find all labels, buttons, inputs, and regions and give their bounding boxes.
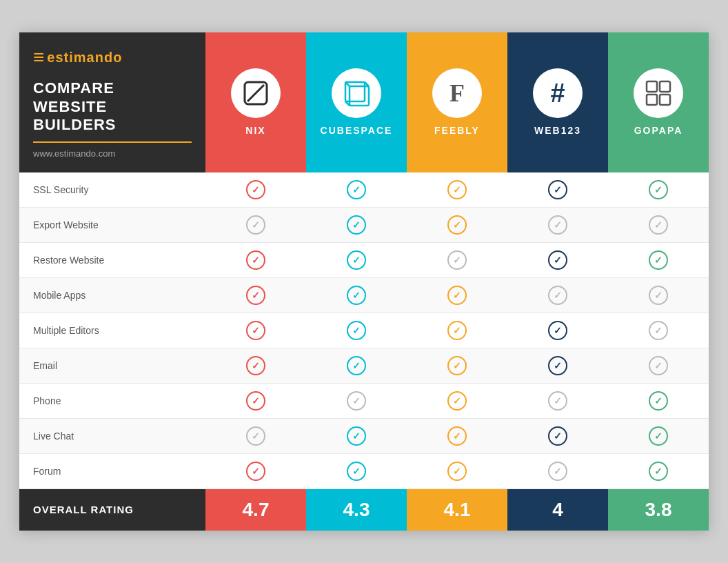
check-icon: ✓ xyxy=(347,286,366,305)
check-icon: ✓ xyxy=(246,250,265,270)
feature-row: Multiple Editors✓✓✓✓✓ xyxy=(19,313,709,348)
cubespace-name: CUBESPACE xyxy=(321,125,393,136)
svg-rect-7 xyxy=(647,81,657,92)
feature-check-cell: ✓ xyxy=(608,243,709,277)
brand-title: Compare Website Builders xyxy=(33,79,192,134)
check-icon: ✓ xyxy=(548,215,567,235)
feature-row: Phone✓✓✓✓✓ xyxy=(19,384,709,419)
feebly-name: FEEBLY xyxy=(434,125,480,136)
product-col-gopapa: GOPAPA xyxy=(608,32,709,172)
check-icon: ✓ xyxy=(548,286,567,305)
feature-check-cell: ✓ xyxy=(205,348,306,383)
rating-label-col: OVERALL RATING xyxy=(19,489,205,531)
header-row: ≡ estimando Compare Website Builders www… xyxy=(19,32,709,172)
check-icon: ✓ xyxy=(649,215,668,235)
feature-check-cell: ✓ xyxy=(507,313,608,348)
feebly-icon: F xyxy=(432,68,482,118)
rating-nix: 4.7 xyxy=(205,489,306,531)
rating-row: OVERALL RATING 4.7 4.3 4.1 4 3.8 xyxy=(19,489,709,531)
feature-check-cell: ✓ xyxy=(306,384,407,418)
check-icon: ✓ xyxy=(447,286,467,305)
check-icon: ✓ xyxy=(246,462,265,481)
check-icon: ✓ xyxy=(347,250,366,270)
product-col-feebly: F FEEBLY xyxy=(407,32,507,172)
check-icon: ✓ xyxy=(347,215,366,235)
check-icon: ✓ xyxy=(548,321,567,340)
feature-check-cell: ✓ xyxy=(407,384,507,418)
product-col-nix: NIX xyxy=(205,32,306,172)
feature-check-cell: ✓ xyxy=(407,172,507,207)
check-icon: ✓ xyxy=(649,180,668,199)
feature-row: Export Website✓✓✓✓✓ xyxy=(19,208,709,243)
logo: ≡ estimando xyxy=(33,46,192,68)
check-icon: ✓ xyxy=(447,180,467,199)
feature-label: Live Chat xyxy=(19,419,205,453)
feature-row: Live Chat✓✓✓✓✓ xyxy=(19,419,709,454)
feature-label: Multiple Editors xyxy=(19,313,205,348)
svg-line-1 xyxy=(247,85,264,101)
gopapa-name: GOPAPA xyxy=(634,125,683,136)
check-icon: ✓ xyxy=(649,250,668,270)
logo-prefix: e xyxy=(47,50,55,65)
svg-rect-8 xyxy=(660,81,670,92)
check-icon: ✓ xyxy=(649,391,668,411)
check-icon: ✓ xyxy=(649,286,668,305)
feature-check-cell: ✓ xyxy=(306,454,407,488)
feature-check-cell: ✓ xyxy=(507,208,608,242)
check-icon: ✓ xyxy=(347,356,366,375)
nix-name: NIX xyxy=(245,125,265,136)
features-section: SSL Security✓✓✓✓✓Export Website✓✓✓✓✓Rest… xyxy=(19,172,709,489)
feature-row: Restore Website✓✓✓✓✓ xyxy=(19,243,709,278)
brand-column: ≡ estimando Compare Website Builders www… xyxy=(19,32,205,172)
logo-icon: ≡ xyxy=(33,46,44,68)
feature-check-cell: ✓ xyxy=(608,384,709,418)
rating-cubespace: 4.3 xyxy=(306,489,407,531)
feature-check-cell: ✓ xyxy=(205,384,306,418)
feature-check-cell: ✓ xyxy=(407,208,507,242)
feature-check-cell: ✓ xyxy=(306,278,407,313)
check-icon: ✓ xyxy=(246,426,265,446)
check-icon: ✓ xyxy=(347,426,366,446)
feature-check-cell: ✓ xyxy=(507,278,608,313)
cubespace-icon xyxy=(332,68,381,118)
feature-label: Export Website xyxy=(19,208,205,242)
check-icon: ✓ xyxy=(347,391,366,411)
logo-suffix: stimando xyxy=(55,50,122,65)
feature-check-cell: ✓ xyxy=(407,278,507,313)
svg-rect-10 xyxy=(660,95,670,105)
brand-url: www.estimando.com xyxy=(33,148,192,159)
rating-label: OVERALL RATING xyxy=(33,504,134,515)
feature-check-cell: ✓ xyxy=(306,348,407,383)
feature-row: Email✓✓✓✓✓ xyxy=(19,348,709,384)
check-icon: ✓ xyxy=(246,215,265,235)
check-icon: ✓ xyxy=(246,180,265,199)
feature-check-cell: ✓ xyxy=(205,454,306,488)
feature-check-cell: ✓ xyxy=(507,172,608,207)
check-icon: ✓ xyxy=(649,426,668,446)
feature-check-cell: ✓ xyxy=(306,172,407,207)
feature-check-cell: ✓ xyxy=(205,419,306,453)
feature-label: Email xyxy=(19,348,205,383)
web123-name: WEB123 xyxy=(534,125,581,136)
gopapa-icon xyxy=(634,68,683,118)
svg-rect-9 xyxy=(647,95,657,105)
feature-check-cell: ✓ xyxy=(608,454,709,488)
feature-check-cell: ✓ xyxy=(407,454,507,488)
feature-check-cell: ✓ xyxy=(407,348,507,383)
check-icon: ✓ xyxy=(649,321,668,340)
feature-row: Forum✓✓✓✓✓ xyxy=(19,454,709,489)
feature-check-cell: ✓ xyxy=(507,348,608,383)
check-icon: ✓ xyxy=(246,391,265,411)
feature-row: Mobile Apps✓✓✓✓✓ xyxy=(19,278,709,313)
feature-check-cell: ✓ xyxy=(608,419,709,453)
feature-check-cell: ✓ xyxy=(507,419,608,453)
feature-check-cell: ✓ xyxy=(608,172,709,207)
check-icon: ✓ xyxy=(548,250,567,270)
check-icon: ✓ xyxy=(649,356,668,375)
feature-label: SSL Security xyxy=(19,172,205,207)
feature-check-cell: ✓ xyxy=(306,243,407,277)
feature-check-cell: ✓ xyxy=(507,454,608,488)
feature-check-cell: ✓ xyxy=(407,419,507,453)
feature-check-cell: ✓ xyxy=(507,243,608,277)
web123-icon: # xyxy=(533,68,583,118)
